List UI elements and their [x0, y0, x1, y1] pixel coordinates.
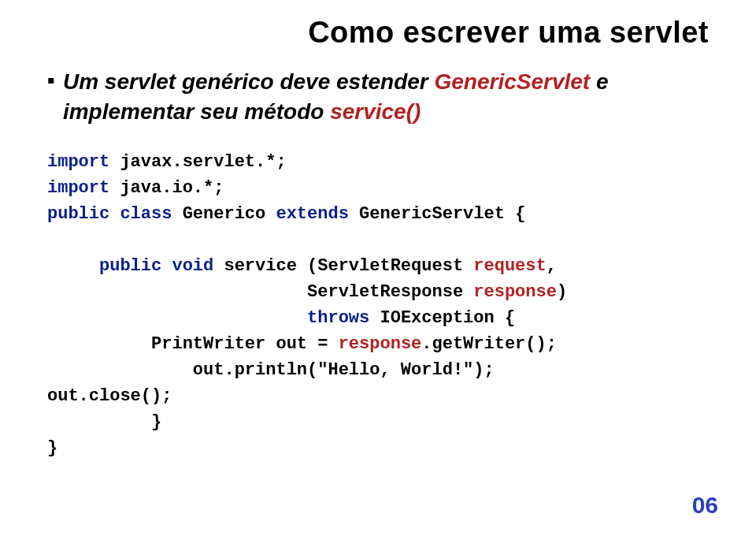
code-text: .getWriter();: [421, 334, 557, 354]
kw-import: import: [47, 178, 109, 198]
code-text: ServletResponse: [47, 282, 473, 302]
kw-import: import: [47, 152, 109, 172]
code-text: ,: [547, 256, 557, 276]
kw-public-void: public void: [47, 256, 213, 276]
param-request: request: [473, 256, 546, 276]
code-text: out.close();: [47, 386, 172, 406]
code-text: PrintWriter out =: [47, 334, 339, 354]
code-text: out.println("Hello, World!");: [47, 360, 495, 380]
code-text: }: [47, 438, 57, 458]
code-text: javax.servlet.*;: [109, 152, 286, 172]
page-number: 06: [692, 492, 718, 519]
param-response: response: [473, 282, 557, 302]
code-text: ): [557, 282, 567, 302]
bullet-text: Um servlet genérico deve estender Generi…: [63, 67, 709, 127]
code-block: import javax.servlet.*; import java.io.*…: [47, 149, 709, 461]
kw-extends: extends: [276, 204, 348, 224]
code-text: service (ServletRequest: [213, 256, 473, 276]
code-text: }: [47, 412, 161, 432]
bullet-item: ▪ Um servlet genérico deve estender Gene…: [47, 67, 709, 127]
bullet-keyword-service: service(): [330, 99, 421, 124]
bullet-square-icon: ▪: [47, 67, 55, 94]
kw-public-class: public class: [47, 204, 172, 224]
slide: Como escrever uma servlet ▪ Um servlet g…: [0, 0, 756, 536]
kw-throws: throws: [47, 308, 369, 328]
code-text: IOException {: [369, 308, 515, 328]
code-text: java.io.*;: [109, 178, 224, 198]
bullet-keyword-genericservlet: GenericServlet: [434, 69, 590, 94]
bullet-part1: Um servlet genérico deve estender: [63, 69, 435, 94]
code-text: Generico: [172, 204, 276, 224]
slide-title: Como escrever uma servlet: [47, 16, 709, 50]
var-response: response: [339, 334, 422, 354]
code-text: GenericServlet {: [349, 204, 525, 224]
